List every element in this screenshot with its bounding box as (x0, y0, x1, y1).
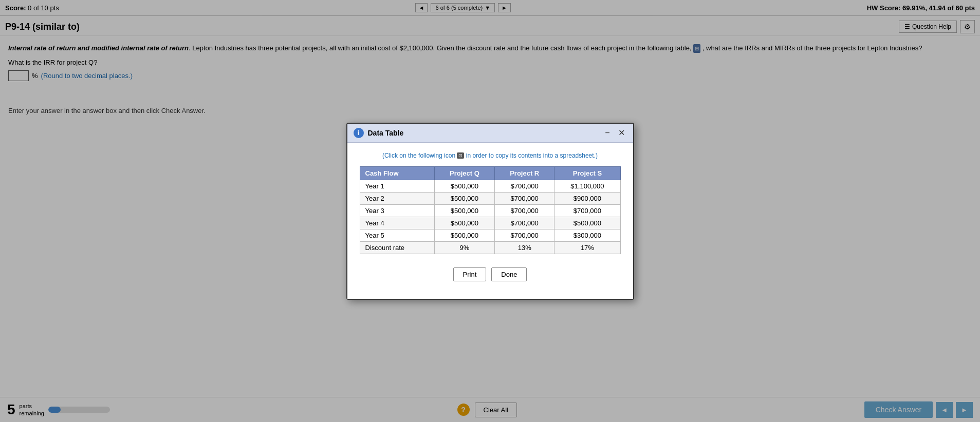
modal-overlay: i Data Table − ✕ (Click on the following… (0, 0, 980, 120)
